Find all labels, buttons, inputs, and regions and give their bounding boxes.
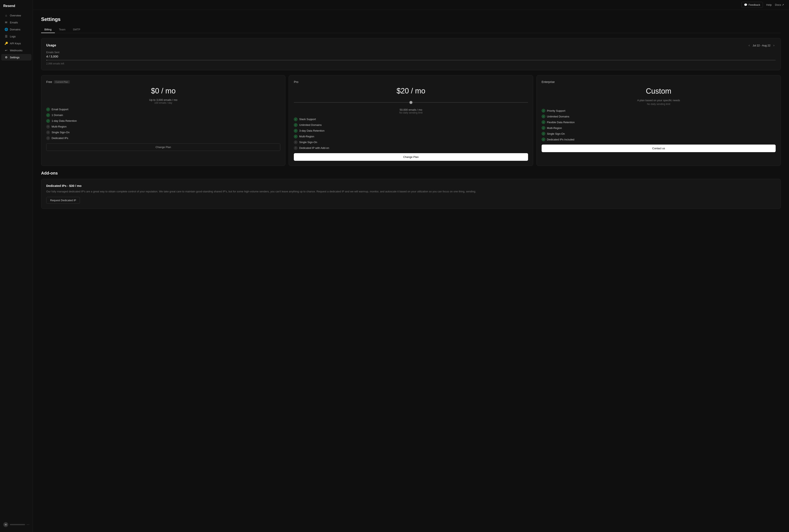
app-logo: Resend [0,3,33,12]
feature-item: ✓ Unlimited Domains [542,115,776,118]
webhook-icon: ↩ [4,49,8,52]
pro-plan-change-button[interactable]: Change Plan [294,153,528,161]
plan-free-emails-day: 100 emails / day [46,101,280,104]
help-link[interactable]: Help [766,3,772,6]
sidebar-item-api-keys[interactable]: 🔑 API Keys [1,40,32,46]
logs-icon: ☰ [4,35,8,38]
feature-check-icon: ✓ [46,113,50,117]
usage-card: Usage ‹ Jul 22 - Aug 22 › Emails Sent 4 … [41,38,781,70]
feature-item: ✓ Email Support [46,108,280,111]
sidebar: Resend ⌂ Overview ✉ Emails 🌐 Domains ☰ L… [0,0,33,532]
feedback-button[interactable]: 💬 Feedback [741,2,763,8]
usage-title: Usage [46,43,56,47]
sidebar-item-label: Logs [10,35,16,38]
plan-pro-header: Pro [294,80,528,83]
plan-free-emails-mo: Up to 3,000 emails / mo [46,98,280,101]
user-bar [10,524,25,525]
feedback-label: Feedback [749,3,760,6]
sidebar-item-label: Settings [10,56,19,59]
plan-enterprise-features: ✓ Priority Support ✓ Unlimited Domains ✓… [542,109,776,141]
main-content: Settings Billing Team SMTP Usage ‹ Jul 2… [33,10,789,532]
feature-item: ✓ 3-day Data Retention [294,129,528,133]
progress-bar-fill [46,60,47,61]
tab-team[interactable]: Team [56,26,69,33]
addons-section-title: Add-ons [41,171,781,175]
sidebar-item-webhooks[interactable]: ↩ Webhooks [1,47,32,54]
feature-x-icon: ✕ [46,136,50,140]
plan-pro-name: Pro [294,80,298,83]
feature-x-icon: ✕ [294,140,297,144]
plan-enterprise-price: Custom [542,87,776,95]
progress-bar-bg [46,60,776,61]
sidebar-item-overview[interactable]: ⌂ Overview [1,12,32,19]
free-plan-change-button[interactable]: Change Plan [46,143,280,151]
current-plan-badge: Current Plan [54,80,70,83]
feature-check-icon: ✓ [294,135,297,138]
feature-item: ✕ Single Sign-On [294,140,528,144]
docs-label: Docs ↗ [775,3,784,6]
page-title: Settings [41,16,781,22]
date-range: Jul 22 - Aug 22 [753,44,771,47]
more-button[interactable]: ··· [27,523,30,527]
sidebar-item-label: API Keys [10,42,21,45]
feature-item: ✕ Single Sign-On [46,131,280,134]
feature-item: ✓ 1-day Data Retention [46,119,280,123]
feature-item: ✓ Slack Support [294,117,528,121]
addon-title: Dedicated IPs - $30 / mo [46,184,776,188]
plans-grid: Free Current Plan $0 / mo Up to 3,000 em… [41,75,781,166]
settings-icon: ⚙ [4,56,8,59]
plan-enterprise-header: Enterprise [542,80,776,83]
feature-item: ✓ Multi-Region [294,135,528,138]
feedback-icon: 💬 [744,3,747,6]
tab-smtp[interactable]: SMTP [70,26,84,33]
addon-dedicated-ips: Dedicated IPs - $30 / mo Our fully manag… [41,179,781,209]
plan-pro-emails-day: No daily sending limit [294,111,528,114]
feature-item: ✓ 1 Domain [46,113,280,117]
plan-pro-features: ✓ Slack Support ✓ Unlimited Domains ✓ 3-… [294,117,528,150]
feature-item: ✕ Multi-Region [46,125,280,129]
request-dedicated-ip-button[interactable]: Request Dedicated IP [46,197,80,204]
key-icon: 🔑 [4,42,8,45]
sidebar-item-label: Overview [10,14,21,17]
email-icon: ✉ [4,21,8,24]
plan-free-name: Free [46,80,52,83]
topbar: 💬 Feedback Help Docs ↗ [33,0,789,10]
date-prev-button[interactable]: ‹ [748,43,751,48]
feature-check-icon: ✓ [542,120,545,124]
feature-item: ✓ Unlimited Domains [294,123,528,127]
feature-check-icon: ✓ [542,132,545,135]
addon-description: Our fully managed dedicated IP's are a g… [46,190,776,194]
feature-check-icon: ✓ [542,115,545,118]
sidebar-item-logs[interactable]: ☰ Logs [1,33,32,40]
pro-emails-slider[interactable] [294,102,528,103]
feature-x-icon: ✕ [294,146,297,150]
sidebar-item-label: Webhooks [10,49,22,52]
plan-free-price: $0 / mo [46,87,280,95]
tab-billing[interactable]: Billing [41,26,55,33]
sidebar-item-settings[interactable]: ⚙ Settings [1,54,32,61]
sidebar-item-domains[interactable]: 🌐 Domains [1,26,32,33]
plan-enterprise-desc: A plan based on your specific needs [542,99,776,102]
plan-card-free: Free Current Plan $0 / mo Up to 3,000 em… [41,75,286,166]
feature-check-icon: ✓ [46,119,50,123]
feature-check-icon: ✓ [294,117,297,121]
feature-check-icon: ✓ [542,137,545,141]
date-next-button[interactable]: › [772,43,776,48]
feature-x-icon: ✕ [46,131,50,134]
plan-card-pro: Pro $20 / mo 50,000 emails / mo No daily… [289,75,533,166]
sidebar-item-label: Emails [10,21,18,24]
feature-item: ✓ Priority Support [542,109,776,113]
plan-enterprise-emails-day: No daily sending limit [542,103,776,106]
feature-item: ✕ Dedicated IPs [46,136,280,140]
pro-slider-container [294,98,528,105]
plan-pro-emails-mo: 50,000 emails / mo [294,108,528,111]
feature-x-icon: ✕ [46,125,50,129]
docs-link[interactable]: Docs ↗ [775,3,784,6]
feature-check-icon: ✓ [294,123,297,127]
enterprise-contact-button[interactable]: Contact us [542,145,776,152]
usage-header: Usage ‹ Jul 22 - Aug 22 › [46,43,776,48]
avatar: H [3,522,8,527]
emails-sent-label: Emails Sent [46,51,776,54]
sidebar-item-emails[interactable]: ✉ Emails [1,19,32,26]
globe-icon: 🌐 [4,28,8,31]
